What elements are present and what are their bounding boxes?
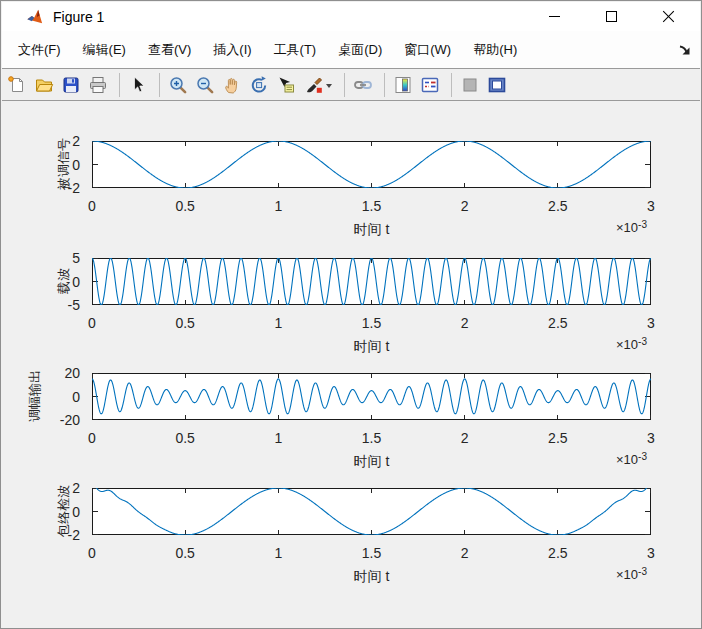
x-tick-label: 1.5	[362, 198, 381, 214]
datatip-icon	[276, 75, 296, 95]
arrow-cursor-icon	[128, 75, 148, 95]
titlebar[interactable]: Figure 1	[2, 2, 700, 31]
link-icon	[353, 75, 373, 95]
menu-tools[interactable]: 工具(T)	[265, 36, 326, 64]
subplot-3-exponent: ×10-3	[616, 451, 647, 467]
save-floppy-icon	[61, 75, 81, 95]
menu-insert[interactable]: 插入(I)	[204, 36, 260, 64]
subplot-3-xticks: 00.511.522.53	[92, 430, 651, 446]
subplot-1-exponent: ×10-3	[616, 219, 647, 235]
new-figure-button[interactable]	[5, 72, 29, 98]
close-button[interactable]	[640, 2, 697, 31]
dock-figure-arrow-icon[interactable]	[678, 43, 692, 57]
x-tick-label: 0	[88, 545, 96, 561]
x-tick-label: 3	[647, 198, 655, 214]
colorbar-icon	[393, 75, 413, 95]
hide-plot-tools-button[interactable]	[458, 72, 482, 98]
x-tick-label: 2	[461, 545, 469, 561]
new-file-icon	[7, 75, 27, 95]
menu-help[interactable]: 帮助(H)	[464, 36, 526, 64]
menu-file[interactable]: 文件(F)	[9, 36, 70, 64]
x-tick-label: 2	[461, 315, 469, 331]
minimize-icon	[549, 16, 560, 17]
toolbar-separator	[451, 73, 452, 97]
maximize-icon	[606, 11, 617, 22]
menu-window[interactable]: 窗口(W)	[395, 36, 460, 64]
x-tick-label: 1	[274, 545, 282, 561]
subplot-1-axes[interactable]	[92, 141, 651, 188]
x-tick-label: 2.5	[548, 198, 567, 214]
figure-canvas: 被调信号 -202 00.511.522.53 时间 t ×10-3 载波 -5…	[2, 102, 700, 627]
zoom-in-button[interactable]	[166, 72, 190, 98]
subplot-4-axes[interactable]	[92, 488, 651, 535]
subplot-2-xticks: 00.511.522.53	[92, 315, 651, 331]
x-tick-label: 1.5	[362, 430, 381, 446]
x-tick-label: 0.5	[175, 198, 194, 214]
insert-legend-button[interactable]	[418, 72, 442, 98]
open-file-button[interactable]	[32, 72, 56, 98]
zoom-in-icon	[168, 75, 188, 95]
figure-window: Figure 1 文件(F) 编辑(E) 查看(V) 插入(I) 工具(T) 桌…	[0, 0, 702, 629]
subplot-2-axes[interactable]	[92, 258, 651, 305]
x-tick-label: 1	[274, 198, 282, 214]
insert-colorbar-button[interactable]	[391, 72, 415, 98]
subplot-1: 被调信号 -202 00.511.522.53 时间 t ×10-3	[2, 141, 702, 257]
toolbar-separator	[119, 73, 120, 97]
maximize-button[interactable]	[583, 2, 640, 31]
legend-icon	[420, 75, 440, 95]
hide-plot-tools-icon	[460, 75, 480, 95]
show-plot-tools-button[interactable]	[485, 72, 509, 98]
figure-toolbar	[2, 69, 700, 101]
y-tick-label: -2	[32, 180, 80, 196]
zoom-out-button[interactable]	[193, 72, 217, 98]
subplot-2-xlabel: 时间 t	[92, 338, 651, 356]
y-tick-label: 5	[32, 250, 80, 266]
y-tick-label: 0	[32, 157, 80, 173]
x-tick-label: 1.5	[362, 545, 381, 561]
save-figure-button[interactable]	[59, 72, 83, 98]
rotate-3d-icon	[249, 75, 269, 95]
print-figure-button[interactable]	[86, 72, 110, 98]
subplot-3-yticks: -20020	[32, 373, 86, 420]
y-tick-label: -5	[32, 297, 80, 313]
subplot-3: 调幅输出 -20020 00.511.522.53 时间 t ×10-3	[2, 373, 702, 489]
menu-desktop[interactable]: 桌面(D)	[329, 36, 391, 64]
x-tick-label: 0.5	[175, 430, 194, 446]
data-cursor-button[interactable]	[274, 72, 298, 98]
x-tick-label: 2.5	[548, 315, 567, 331]
edit-plot-button[interactable]	[126, 72, 150, 98]
x-tick-label: 0.5	[175, 545, 194, 561]
brush-data-button[interactable]	[301, 72, 335, 98]
y-tick-label: 0	[32, 274, 80, 290]
brush-icon	[304, 75, 324, 95]
exponent-power: -3	[638, 566, 647, 577]
show-plot-tools-icon	[487, 75, 507, 95]
subplot-4-yticks: -202	[32, 488, 86, 535]
x-tick-label: 2	[461, 198, 469, 214]
subplot-2-yticks: -505	[32, 258, 86, 305]
pan-button[interactable]	[220, 72, 244, 98]
x-tick-label: 2	[461, 430, 469, 446]
x-tick-label: 0.5	[175, 315, 194, 331]
link-plot-button[interactable]	[351, 72, 375, 98]
brush-dropdown-caret	[326, 84, 332, 91]
window-title: Figure 1	[53, 9, 104, 25]
x-tick-label: 0	[88, 430, 96, 446]
subplot-4-xlabel: 时间 t	[92, 568, 651, 586]
rotate-3d-button[interactable]	[247, 72, 271, 98]
exponent-power: -3	[638, 336, 647, 347]
x-tick-label: 0	[88, 315, 96, 331]
exponent-base: ×10	[616, 337, 638, 352]
subplot-4: 包络检波 -202 00.511.522.53 时间 t ×10-3	[2, 488, 702, 604]
hand-icon	[222, 75, 242, 95]
menu-edit[interactable]: 编辑(E)	[74, 36, 135, 64]
x-tick-label: 0	[88, 198, 96, 214]
y-tick-label: 0	[32, 504, 80, 520]
y-tick-label: -2	[32, 527, 80, 543]
minimize-button[interactable]	[526, 2, 583, 31]
menu-view[interactable]: 查看(V)	[139, 36, 200, 64]
exponent-base: ×10	[616, 220, 638, 235]
subplot-3-axes[interactable]	[92, 373, 651, 420]
x-tick-label: 1	[274, 315, 282, 331]
menubar: 文件(F) 编辑(E) 查看(V) 插入(I) 工具(T) 桌面(D) 窗口(W…	[2, 31, 700, 69]
